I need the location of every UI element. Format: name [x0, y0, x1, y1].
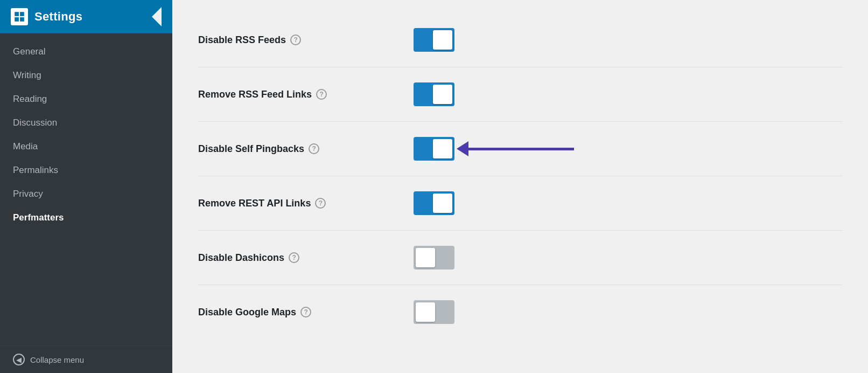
sidebar-item-general[interactable]: General [0, 40, 172, 64]
help-icon[interactable]: ? [290, 34, 301, 45]
help-icon[interactable]: ? [315, 198, 326, 209]
sidebar: Settings GeneralWritingReadingDiscussion… [0, 0, 172, 373]
settings-list: Disable RSS Feeds?Remove RSS Feed Links?… [172, 0, 868, 352]
main-content: Disable RSS Feeds?Remove RSS Feed Links?… [172, 0, 868, 373]
svg-rect-2 [15, 17, 19, 22]
settings-row: Remove REST API Links? [198, 176, 842, 231]
toggle-wrap [414, 82, 454, 106]
settings-label-text: Disable Self Pingbacks [198, 143, 304, 155]
settings-row: Disable Google Maps? [198, 285, 842, 339]
toggle-disable-google-maps[interactable] [414, 300, 454, 324]
help-icon[interactable]: ? [300, 307, 311, 317]
toggle-remove-rest-api-links[interactable] [414, 191, 454, 215]
toggle-wrap [414, 246, 454, 270]
settings-label: Disable RSS Feeds? [198, 34, 381, 46]
toggle-knob [433, 139, 452, 158]
settings-label-text: Disable RSS Feeds [198, 34, 286, 46]
collapse-menu-button[interactable]: ◀ Collapse menu [0, 346, 172, 373]
sidebar-nav: GeneralWritingReadingDiscussionMediaPerm… [0, 33, 172, 346]
sidebar-item-perfmatters[interactable]: Perfmatters [0, 206, 172, 230]
settings-label-text: Disable Google Maps [198, 307, 296, 318]
collapse-label: Collapse menu [30, 355, 84, 364]
toggle-wrap [414, 137, 454, 161]
settings-row: Disable RSS Feeds? [198, 13, 842, 67]
help-icon[interactable]: ? [309, 143, 319, 154]
sidebar-item-writing[interactable]: Writing [0, 64, 172, 87]
toggle-wrap [414, 28, 454, 52]
wordpress-logo [11, 8, 28, 25]
sidebar-item-reading[interactable]: Reading [0, 87, 172, 111]
settings-label: Disable Google Maps? [198, 307, 381, 318]
settings-label: Disable Dashicons? [198, 252, 381, 264]
svg-rect-1 [20, 12, 24, 16]
settings-row: Disable Dashicons? [198, 231, 842, 285]
arrow-line [466, 148, 574, 150]
toggle-disable-self-pingbacks[interactable] [414, 137, 454, 161]
toggle-disable-rss-feeds[interactable] [414, 28, 454, 52]
settings-label-text: Remove REST API Links [198, 198, 311, 209]
svg-rect-0 [15, 12, 19, 16]
sidebar-item-permalinks[interactable]: Permalinks [0, 158, 172, 182]
settings-row: Remove RSS Feed Links? [198, 67, 842, 122]
settings-label: Remove REST API Links? [198, 198, 381, 209]
settings-row: Disable Self Pingbacks? [198, 122, 842, 176]
settings-label-text: Disable Dashicons [198, 252, 284, 264]
settings-label-text: Remove RSS Feed Links [198, 89, 312, 100]
toggle-wrap [414, 300, 454, 324]
arrow-annotation [457, 141, 574, 156]
sidebar-title: Settings [34, 10, 82, 24]
settings-label: Disable Self Pingbacks? [198, 143, 381, 155]
sidebar-item-media[interactable]: Media [0, 135, 172, 158]
toggle-knob [433, 194, 452, 213]
sidebar-header: Settings [0, 0, 172, 33]
toggle-knob [433, 30, 452, 50]
toggle-knob [433, 85, 452, 104]
sidebar-item-privacy[interactable]: Privacy [0, 182, 172, 206]
help-icon[interactable]: ? [289, 252, 299, 263]
sidebar-item-discussion[interactable]: Discussion [0, 111, 172, 135]
toggle-knob [416, 248, 435, 267]
collapse-icon: ◀ [13, 354, 25, 365]
svg-rect-3 [20, 17, 24, 22]
help-icon[interactable]: ? [316, 89, 327, 100]
settings-label: Remove RSS Feed Links? [198, 89, 381, 100]
toggle-remove-rss-feed-links[interactable] [414, 82, 454, 106]
sidebar-collapse-arrow[interactable] [152, 7, 162, 26]
toggle-wrap [414, 191, 454, 215]
toggle-knob [416, 302, 435, 322]
toggle-disable-dashicons[interactable] [414, 246, 454, 270]
